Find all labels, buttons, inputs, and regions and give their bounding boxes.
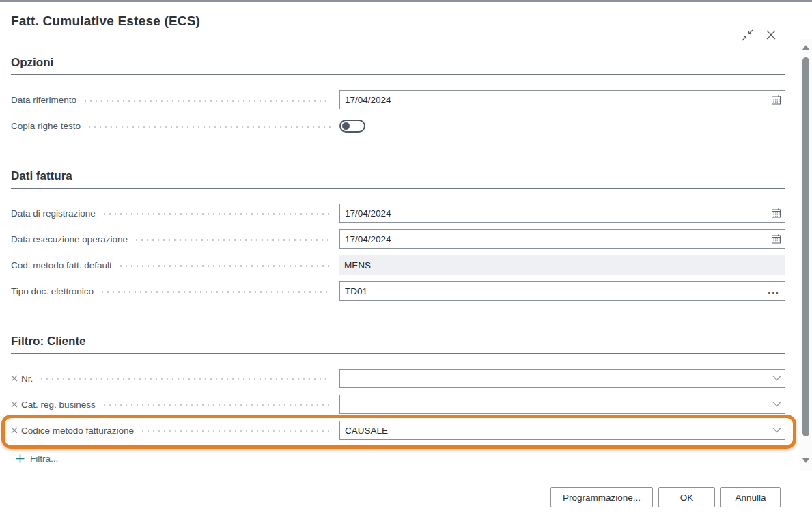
tipo-doc-input[interactable]: [339, 281, 785, 301]
filter-row-codice-metodo-fatturazione: Codice metodo fatturazione: [11, 421, 785, 440]
dotted-leader: [87, 126, 331, 128]
field-row-data-esecuzione: Data esecuzione operazione: [11, 229, 785, 249]
ok-button[interactable]: OK: [658, 487, 715, 507]
add-filter-link[interactable]: Filtra...: [16, 454, 58, 464]
dotted-leader: [134, 239, 331, 241]
section-title-dati-fattura: Dati fattura: [11, 169, 785, 189]
add-filter-label: Filtra...: [30, 454, 58, 464]
field-row-data-registrazione: Data di registrazione: [11, 204, 785, 223]
filter-label: Nr.: [21, 374, 33, 384]
nr-filter-dropdown[interactable]: [339, 369, 785, 388]
scroll-up-icon[interactable]: [802, 45, 809, 50]
collapse-dialog-icon[interactable]: [741, 29, 753, 41]
window-controls: [741, 29, 777, 41]
footer: Programmazione... OK Annulla: [11, 487, 796, 507]
copia-righe-testo-toggle[interactable]: [339, 120, 365, 133]
filter-label: Codice metodo fatturazione: [21, 426, 134, 436]
chevron-down-icon[interactable]: [772, 376, 781, 382]
remove-filter-icon[interactable]: [11, 427, 18, 434]
filter-label: Cat. reg. business: [21, 400, 96, 410]
remove-filter-icon[interactable]: [11, 375, 18, 382]
toggle-knob: [342, 122, 350, 130]
calendar-icon[interactable]: [771, 95, 781, 105]
vertical-scrollbar[interactable]: [800, 39, 812, 471]
dotted-leader: [102, 213, 331, 215]
data-esecuzione-input[interactable]: [339, 229, 785, 249]
field-row-tipo-doc: Tipo doc. elettronico ...: [11, 281, 785, 301]
field-label: Copia righe testo: [11, 121, 81, 131]
field-label: Data di registrazione: [11, 208, 96, 219]
cat-reg-business-filter-dropdown[interactable]: [339, 395, 785, 414]
background-page-edge: [0, 0, 812, 2]
field-row-cod-metodo-fatt: Cod. metodo fatt. default: [11, 255, 785, 275]
section-filtro-cliente: Filtro: Cliente Nr.: [11, 335, 785, 464]
dotted-leader: [118, 265, 331, 267]
scrollbar-thumb[interactable]: [802, 57, 809, 436]
section-opzioni: Opzioni Data riferimento: [11, 56, 785, 135]
dotted-leader: [39, 378, 331, 380]
dialog-fatt-cumulative: Fatt. Cumulative Estese (ECS) Opzioni Da…: [0, 14, 796, 507]
chevron-down-icon[interactable]: [772, 428, 781, 434]
section-dati-fattura: Dati fattura Data di registrazione: [11, 169, 785, 301]
field-label: Data esecuzione operazione: [11, 234, 128, 245]
section-title-filtro-cliente: Filtro: Cliente: [11, 335, 785, 354]
field-label: Data riferimento: [11, 95, 76, 105]
codice-metodo-fatturazione-filter-dropdown[interactable]: [339, 421, 785, 440]
programmazione-button[interactable]: Programmazione...: [550, 487, 653, 507]
dialog-title: Fatt. Cumulative Estese (ECS): [11, 14, 796, 29]
remove-filter-icon[interactable]: [11, 401, 18, 408]
calendar-icon[interactable]: [771, 208, 781, 219]
field-row-copia-righe-testo: Copia righe testo: [11, 116, 785, 135]
ellipsis-icon[interactable]: ...: [768, 287, 780, 294]
dotted-leader: [140, 430, 331, 432]
chevron-down-icon[interactable]: [772, 402, 781, 408]
scroll-down-icon[interactable]: [802, 458, 809, 463]
field-row-data-riferimento: Data riferimento: [11, 90, 785, 109]
filter-row-nr: Nr.: [11, 369, 785, 388]
annulla-button[interactable]: Annulla: [720, 487, 781, 507]
dotted-leader: [83, 100, 331, 102]
footer-divider: [11, 473, 798, 473]
close-icon[interactable]: [765, 29, 777, 41]
section-title-opzioni: Opzioni: [11, 56, 785, 75]
data-riferimento-input[interactable]: [339, 90, 785, 109]
dotted-leader: [100, 291, 331, 293]
cod-metodo-fatt-readonly-field: [339, 255, 785, 275]
calendar-icon[interactable]: [771, 234, 781, 245]
field-label: Cod. metodo fatt. default: [11, 260, 112, 270]
plus-icon: [16, 454, 25, 463]
dotted-leader: [102, 404, 331, 406]
data-registrazione-input[interactable]: [339, 204, 785, 223]
filter-row-cat-reg-business: Cat. reg. business: [11, 395, 785, 414]
field-label: Tipo doc. elettronico: [11, 286, 94, 296]
